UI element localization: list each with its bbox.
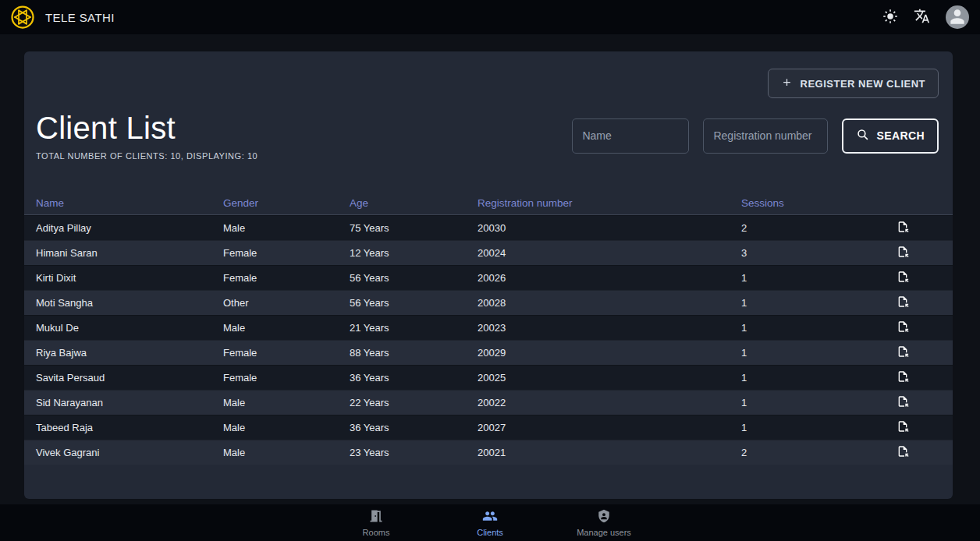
open-client-file-button[interactable]: [895, 219, 911, 237]
column-header-age[interactable]: Age: [350, 197, 478, 209]
table-row[interactable]: Riya Bajwa Female 88 Years 20029 1: [24, 340, 953, 365]
file-open-icon: [897, 445, 909, 460]
shield-person-icon: [597, 508, 611, 526]
people-icon: [481, 508, 499, 526]
client-sessions: 2: [741, 222, 886, 234]
client-age: 12 Years: [350, 247, 478, 259]
client-sessions: 3: [741, 247, 886, 259]
column-header-sessions[interactable]: Sessions: [741, 197, 886, 209]
nav-label-rooms: Rooms: [363, 528, 390, 537]
client-age: 56 Years: [350, 297, 478, 309]
search-block: SEARCH: [572, 118, 939, 154]
table-row[interactable]: Vivek Gagrani Male 23 Years 20021 2: [24, 440, 953, 465]
client-age: 21 Years: [350, 322, 478, 334]
file-open-icon: [897, 270, 909, 285]
card-top-actions: REGISTER NEW CLIENT: [24, 51, 953, 98]
open-client-file-button[interactable]: [895, 419, 911, 437]
search-button[interactable]: SEARCH: [842, 118, 939, 154]
file-open-icon: [897, 370, 909, 385]
topbar-actions: [882, 5, 969, 29]
page-title: Client List: [36, 111, 257, 146]
client-sessions: 1: [741, 397, 886, 408]
client-registration: 20026: [478, 272, 741, 284]
client-age: 75 Years: [350, 222, 478, 234]
column-header-name[interactable]: Name: [36, 197, 223, 209]
table-row[interactable]: Tabeed Raja Male 36 Years 20027 1: [24, 415, 953, 440]
bottom-navigation: Rooms Clients Manage users: [0, 504, 980, 541]
file-open-icon: [897, 295, 909, 310]
table-row[interactable]: Sid Narayanan Male 22 Years 20022 1: [24, 390, 953, 415]
name-search-input[interactable]: [572, 118, 689, 154]
client-sessions: 1: [741, 347, 886, 359]
registration-search-input[interactable]: [703, 118, 828, 154]
nav-clients[interactable]: Clients: [433, 508, 547, 537]
client-registration: 20029: [478, 347, 741, 359]
table-row[interactable]: Himani Saran Female 12 Years 20024 3: [24, 240, 953, 265]
open-client-file-button[interactable]: [895, 244, 911, 262]
table-row[interactable]: Savita Persaud Female 36 Years 20025 1: [24, 365, 953, 390]
table-row[interactable]: Kirti Dixit Female 56 Years 20026 1: [24, 265, 953, 290]
nav-manage-users[interactable]: Manage users: [547, 508, 661, 537]
client-registration: 20030: [478, 222, 741, 234]
client-age: 56 Years: [350, 272, 478, 284]
column-header-gender[interactable]: Gender: [223, 197, 350, 209]
client-name: Riya Bajwa: [36, 347, 223, 359]
title-and-search-row: Client List TOTAL NUMBER OF CLIENTS: 10,…: [24, 98, 953, 161]
search-icon: [856, 128, 869, 143]
client-sessions: 2: [741, 447, 886, 458]
open-client-file-button[interactable]: [895, 319, 911, 337]
client-name: Sid Narayanan: [36, 397, 223, 408]
client-list-card: REGISTER NEW CLIENT Client List TOTAL NU…: [24, 51, 953, 499]
brightness-icon: [882, 9, 898, 27]
file-open-icon: [897, 221, 909, 235]
title-block: Client List TOTAL NUMBER OF CLIENTS: 10,…: [36, 111, 257, 161]
client-name: Kirti Dixit: [36, 272, 223, 284]
open-client-file-button[interactable]: [895, 294, 911, 312]
client-age: 88 Years: [350, 347, 478, 359]
table-header-row: Name Gender Age Registration number Sess…: [24, 192, 953, 215]
app-logo-aperture-icon: [11, 5, 34, 29]
client-registration: 20022: [478, 397, 741, 408]
language-button[interactable]: [914, 8, 930, 27]
client-gender: Female: [223, 247, 350, 259]
client-name: Himani Saran: [36, 247, 223, 259]
client-count-summary: TOTAL NUMBER OF CLIENTS: 10, DISPLAYING:…: [36, 151, 257, 161]
client-registration: 20025: [478, 372, 741, 384]
client-sessions: 1: [741, 372, 886, 384]
register-new-client-button[interactable]: REGISTER NEW CLIENT: [768, 69, 939, 98]
nav-label-manage-users: Manage users: [577, 528, 631, 537]
client-gender: Female: [223, 272, 350, 284]
account-avatar[interactable]: [946, 5, 969, 29]
client-name: Vivek Gagrani: [36, 447, 223, 458]
client-gender: Male: [223, 322, 350, 334]
open-client-file-button[interactable]: [895, 394, 911, 412]
client-registration: 20027: [478, 422, 741, 433]
nav-rooms[interactable]: Rooms: [319, 508, 433, 537]
client-sessions: 1: [741, 272, 886, 284]
client-age: 22 Years: [350, 397, 478, 408]
file-open-icon: [897, 345, 909, 360]
brightness-toggle-button[interactable]: [882, 9, 898, 27]
client-sessions: 1: [741, 297, 886, 309]
table-row[interactable]: Aditya Pillay Male 75 Years 20030 2: [24, 215, 953, 240]
translate-icon: [914, 8, 930, 27]
file-open-icon: [897, 395, 909, 410]
client-gender: Other: [223, 297, 350, 309]
table-row[interactable]: Moti Sangha Other 56 Years 20028 1: [24, 290, 953, 315]
client-gender: Male: [223, 222, 350, 234]
top-app-bar: TELE SATHI: [0, 0, 980, 34]
door-icon: [368, 508, 384, 526]
column-header-registration[interactable]: Registration number: [478, 197, 741, 209]
client-registration: 20021: [478, 447, 741, 458]
table-row[interactable]: Mukul De Male 21 Years 20023 1: [24, 315, 953, 340]
open-client-file-button[interactable]: [895, 344, 911, 362]
open-client-file-button[interactable]: [895, 444, 911, 461]
client-name: Savita Persaud: [36, 372, 223, 384]
client-sessions: 1: [741, 422, 886, 433]
nav-label-clients: Clients: [477, 528, 503, 537]
open-client-file-button[interactable]: [895, 369, 911, 387]
client-registration: 20023: [478, 322, 741, 334]
open-client-file-button[interactable]: [895, 269, 911, 287]
client-table: Name Gender Age Registration number Sess…: [24, 192, 953, 465]
client-age: 36 Years: [350, 422, 478, 433]
